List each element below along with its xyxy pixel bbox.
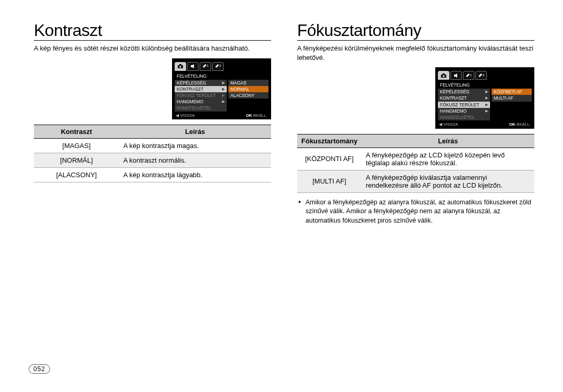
lcd-menu-item: FÓKUSZ TERÜLET▶ <box>438 102 490 108</box>
svg-point-6 <box>443 75 445 77</box>
lcd-menu-item: MAGAS <box>228 80 268 86</box>
right-table-body: [KÖZPONTI AF]A fényképezőgép az LCD kije… <box>297 148 534 192</box>
option-cell: [ALACSONY] <box>34 168 119 182</box>
page-columns: Kontraszt A kép fényes és sötét részei k… <box>34 21 534 225</box>
lcd-left-list: KÉPÉLESSÉG▶KONTRASZT▶FÓKUSZ TERÜLET▶HANG… <box>175 80 227 112</box>
lcd-menu-item: FÓKUSZ TERÜLET▶ <box>175 92 227 99</box>
th-desc: Leírás <box>362 134 534 148</box>
left-lcd: 1 2 FELVÉTELING KÉPÉLESSÉG▶KONTRASZT▶FÓK… <box>172 58 271 120</box>
right-bullet: Amikor a fényképezőgép az alanyra fókusz… <box>298 198 534 226</box>
desc-cell: A fényképezőgép kiválasztja valamennyi r… <box>362 170 534 192</box>
lcd-tabs: 1 2 <box>175 61 268 73</box>
wrench-tab-2-icon: 2 <box>475 71 487 80</box>
table-row: [NORMÁL]A kontraszt normális. <box>34 153 271 168</box>
right-title: Fókusztartomány <box>297 21 534 41</box>
th-desc: Leírás <box>119 125 271 139</box>
lcd-menu-item: HANGMEMO▶ <box>175 99 227 105</box>
lcd-section: FELVÉTELING <box>175 73 268 79</box>
option-cell: [MULTI AF] <box>297 170 362 192</box>
lcd-right-list: KÖZPBETI AFMULTI AF <box>490 89 532 120</box>
camera-tab-icon <box>438 71 449 80</box>
wrench-tab-1-icon: 1 <box>463 71 474 80</box>
table-row: [MULTI AF]A fényképezőgép kiválasztja va… <box>297 170 534 192</box>
th-option: Kontraszt <box>34 125 119 139</box>
sound-tab-icon <box>187 62 199 71</box>
lcd-menu-item: KONTRASZT▶ <box>438 95 490 101</box>
svg-marker-3 <box>191 64 194 68</box>
lcd-body: KÉPÉLESSÉG▶KONTRASZT▶FÓKUSZ TERÜLET▶HANG… <box>438 89 532 120</box>
lcd-section: FELVÉTELING <box>438 82 532 88</box>
svg-rect-1 <box>179 64 181 66</box>
left-lcd-wrap: 1 2 FELVÉTELING KÉPÉLESSÉG▶KONTRASZT▶FÓK… <box>34 58 271 120</box>
sound-tab-icon <box>450 71 462 80</box>
wrench-tab-2-icon: 2 <box>212 62 224 71</box>
lcd-footer: ◀ VISSZA OK BEÁLL. <box>175 112 268 118</box>
option-cell: [KÖZPONTI AF] <box>297 148 362 170</box>
desc-cell: A kép kontrasztja lágyabb. <box>119 168 271 182</box>
table-row: [ALACSONY]A kép kontrasztja lágyabb. <box>34 168 271 182</box>
table-row: [MAGAS]A kép kontrasztja magas. <box>34 139 271 153</box>
lcd-menu-item: KÉPÉLESSÉG▶ <box>438 89 490 95</box>
camera-tab-icon <box>175 62 186 71</box>
lcd-right-list: MAGASNORMÁLALACSONY <box>227 80 268 112</box>
left-table: Kontraszt Leírás [MAGAS]A kép kontrasztj… <box>34 125 271 182</box>
lcd-left-list: KÉPÉLESSÉG▶KONTRASZT▶FÓKUSZ TERÜLET▶HANG… <box>438 89 490 120</box>
right-lcd: 1 2 FELVÉTELING KÉPÉLESSÉG▶KONTRASZT▶FÓK… <box>435 67 534 129</box>
left-table-body: [MAGAS]A kép kontrasztja magas.[NORMÁL]A… <box>34 139 271 182</box>
lcd-menu-item: KÉPÉLESSÉG▶ <box>175 80 227 86</box>
lcd-menu-item: HANGFELVÉTEL <box>438 114 490 120</box>
lcd-menu-item: MULTI AF <box>492 95 532 101</box>
left-intro: A kép fényes és sötét részei közötti kül… <box>34 44 271 53</box>
lcd-footer: ◀ VISSZA OK BEÁLL. <box>438 120 532 127</box>
lcd-menu-item: KONTRASZT▶ <box>175 86 227 92</box>
wrench-tab-1-icon: 1 <box>200 62 211 71</box>
svg-marker-7 <box>454 74 457 78</box>
table-row: [KÖZPONTI AF]A fényképezőgép az LCD kije… <box>297 148 534 170</box>
lcd-menu-item: HANGMEMO▶ <box>438 108 490 114</box>
left-title: Kontraszt <box>34 21 271 41</box>
option-cell: [MAGAS] <box>34 139 119 153</box>
right-column: Fókusztartomány A fényképezési körülmény… <box>297 21 534 225</box>
option-cell: [NORMÁL] <box>34 153 119 168</box>
right-lcd-wrap: 1 2 FELVÉTELING KÉPÉLESSÉG▶KONTRASZT▶FÓK… <box>297 67 534 129</box>
lcd-tabs: 1 2 <box>438 70 532 82</box>
desc-cell: A fényképezőgép az LCD kijelző közepén l… <box>362 148 534 170</box>
lcd-menu-item: HANGFELVÉTEL <box>175 105 227 111</box>
lcd-menu-item: ALACSONY <box>228 92 268 99</box>
right-intro: A fényképezési körülményeknek megfelelő … <box>297 44 534 62</box>
lcd-body: KÉPÉLESSÉG▶KONTRASZT▶FÓKUSZ TERÜLET▶HANG… <box>175 80 268 112</box>
desc-cell: A kontraszt normális. <box>119 153 271 168</box>
svg-point-2 <box>179 66 181 68</box>
lcd-menu-item: KÖZPBETI AF <box>492 89 532 95</box>
lcd-menu-item: NORMÁL <box>228 86 268 92</box>
th-option: Fókusztartomány <box>297 134 362 148</box>
desc-cell: A kép kontrasztja magas. <box>119 139 271 153</box>
right-table: Fókusztartomány Leírás [KÖZPONTI AF]A fé… <box>297 134 534 193</box>
left-column: Kontraszt A kép fényes és sötét részei k… <box>34 21 271 225</box>
page-number: 052 <box>29 364 50 374</box>
svg-rect-5 <box>443 74 445 75</box>
